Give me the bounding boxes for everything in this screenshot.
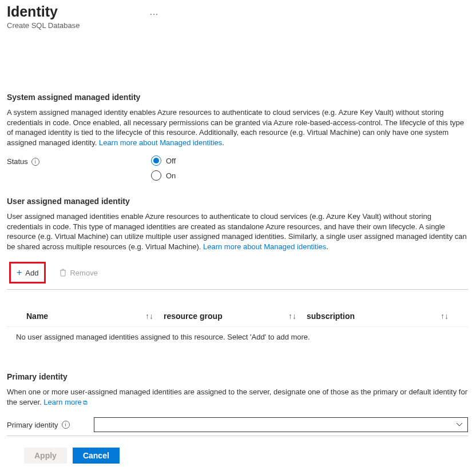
user-learn-more-link[interactable]: Learn more about Managed identities	[203, 242, 326, 251]
trash-icon	[60, 269, 66, 277]
system-desc-text: A system assigned managed identity enabl…	[7, 108, 464, 147]
radio-icon	[151, 155, 161, 166]
status-field: Status i Off On	[7, 155, 468, 181]
chevron-down-icon	[456, 421, 463, 429]
remove-label: Remove	[70, 269, 97, 277]
status-on-radio[interactable]: On	[151, 170, 176, 181]
more-actions-button[interactable]: …	[149, 7, 160, 17]
column-header-subscription[interactable]: subscription ↑↓	[307, 312, 459, 321]
system-assigned-heading: System assigned managed identity	[7, 93, 468, 102]
radio-label-on: On	[166, 171, 176, 180]
identity-toolbar: + Add Remove	[7, 260, 468, 288]
add-button[interactable]: + Add	[14, 266, 41, 280]
primary-identity-field: Primary identity i	[7, 417, 468, 432]
system-learn-more-link[interactable]: Learn more about Managed identities	[99, 138, 222, 147]
system-assigned-description: A system assigned managed identity enabl…	[7, 107, 468, 147]
plus-icon: +	[17, 268, 22, 277]
user-assigned-description: User assigned managed identities enable …	[7, 211, 468, 252]
info-icon[interactable]: i	[31, 158, 39, 166]
blade-header: Identity … Create SQL Database	[7, 3, 468, 30]
primary-identity-label: Primary identity	[7, 421, 58, 429]
user-assigned-heading: User assigned managed identity	[7, 197, 468, 206]
column-header-resource-group[interactable]: resource group ↑↓	[164, 312, 307, 321]
add-label: Add	[25, 269, 38, 277]
radio-label-off: Off	[166, 157, 176, 165]
primary-identity-dropdown[interactable]	[94, 417, 468, 432]
toolbar-separator	[7, 289, 468, 290]
radio-icon	[151, 170, 161, 181]
footer-actions: Apply Cancel	[7, 448, 468, 464]
system-assigned-section: System assigned managed identity A syste…	[7, 93, 468, 181]
remove-button[interactable]: Remove	[57, 266, 100, 280]
section-divider	[7, 436, 468, 436]
apply-button[interactable]: Apply	[24, 448, 67, 464]
status-label: Status	[7, 157, 28, 166]
external-link-icon: ⧉	[83, 399, 88, 406]
primary-learn-more-link[interactable]: Learn more⧉	[43, 398, 87, 406]
table-header-row: Name ↑↓ resource group ↑↓ subscription ↑…	[7, 306, 468, 327]
status-off-radio[interactable]: Off	[151, 155, 176, 166]
primary-identity-heading: Primary identity	[7, 372, 468, 381]
sort-icon: ↑↓	[145, 312, 153, 321]
page-subtitle: Create SQL Database	[7, 21, 468, 30]
primary-identity-description: When one or more user-assigned managed i…	[7, 387, 468, 407]
sort-icon: ↑↓	[441, 312, 449, 321]
user-assigned-section: User assigned managed identity User assi…	[7, 197, 468, 347]
cancel-button[interactable]: Cancel	[73, 448, 120, 464]
add-button-highlight: + Add	[9, 262, 46, 284]
identity-table: Name ↑↓ resource group ↑↓ subscription ↑…	[7, 306, 468, 347]
status-radio-group: Off On	[151, 155, 176, 181]
primary-identity-section: Primary identity When one or more user-a…	[7, 372, 468, 436]
sort-icon: ↑↓	[288, 312, 296, 321]
page-title: Identity	[7, 3, 58, 20]
info-icon[interactable]: i	[62, 421, 70, 429]
column-header-name[interactable]: Name ↑↓	[26, 312, 164, 321]
table-empty-message: No user assigned managed identities assi…	[7, 327, 468, 347]
